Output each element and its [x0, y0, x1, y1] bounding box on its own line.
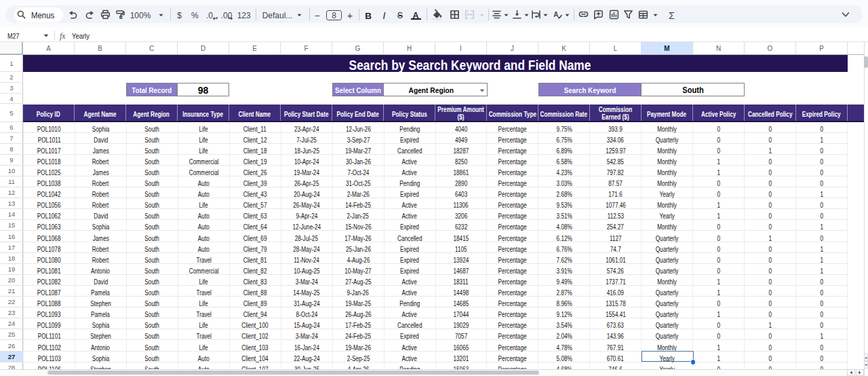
- svg-text:A: A: [553, 11, 558, 18]
